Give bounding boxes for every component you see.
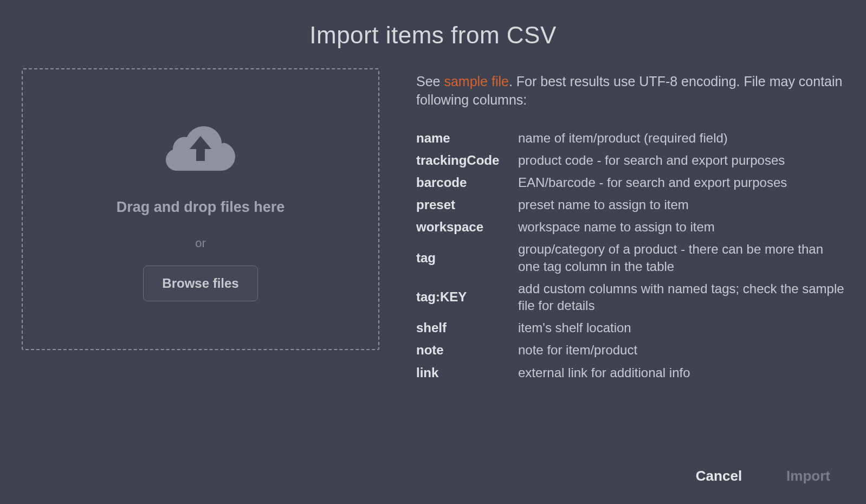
dialog-title: Import items from CSV <box>22 22 844 49</box>
import-button[interactable]: Import <box>781 464 836 488</box>
column-row: taggroup/category of a product - there c… <box>416 238 844 277</box>
column-row: barcodeEAN/barcode - for search and expo… <box>416 171 844 193</box>
dropzone-drag-text: Drag and drop files here <box>117 199 285 216</box>
column-name: barcode <box>416 171 518 193</box>
column-row: notenote for item/product <box>416 339 844 361</box>
browse-files-button[interactable]: Browse files <box>143 266 257 301</box>
column-description: add custom columns with named tags; chec… <box>518 277 844 316</box>
column-name: shelf <box>416 316 518 339</box>
info-intro: See sample file. For best results use UT… <box>416 73 844 109</box>
cancel-button[interactable]: Cancel <box>690 464 747 488</box>
column-description: name of item/product (required field) <box>518 127 844 149</box>
sample-file-link[interactable]: sample file <box>444 74 509 89</box>
column-name: name <box>416 127 518 149</box>
column-name: tag:KEY <box>416 277 518 316</box>
import-csv-dialog: Import items from CSV Drag and drop file… <box>0 0 866 504</box>
column-description: item's shelf location <box>518 316 844 339</box>
column-name: preset <box>416 193 518 216</box>
dialog-button-row: Cancel Import <box>22 464 844 488</box>
file-dropzone[interactable]: Drag and drop files here or Browse files <box>22 68 379 350</box>
column-description: product code - for search and export pur… <box>518 149 844 171</box>
column-row: shelfitem's shelf location <box>416 316 844 339</box>
column-row: tag:KEYadd custom columns with named tag… <box>416 277 844 316</box>
column-name: link <box>416 361 518 384</box>
column-row: presetpreset name to assign to item <box>416 193 844 216</box>
column-name: workspace <box>416 216 518 238</box>
dropzone-or-text: or <box>195 236 206 250</box>
column-description: note for item/product <box>518 339 844 361</box>
column-description: group/category of a product - there can … <box>518 238 844 277</box>
column-row: trackingCodeproduct code - for search an… <box>416 149 844 171</box>
column-description: EAN/barcode - for search and export purp… <box>518 171 844 193</box>
column-row: workspaceworkspace name to assign to ite… <box>416 216 844 238</box>
column-name: tag <box>416 238 518 277</box>
column-description: preset name to assign to item <box>518 193 844 216</box>
column-name: trackingCode <box>416 149 518 171</box>
info-panel: See sample file. For best results use UT… <box>416 68 844 448</box>
column-row: namename of item/product (required field… <box>416 127 844 149</box>
column-description: external link for additional info <box>518 361 844 384</box>
columns-table: namename of item/product (required field… <box>416 127 844 384</box>
column-name: note <box>416 339 518 361</box>
cloud-upload-icon <box>166 123 235 172</box>
dialog-content: Drag and drop files here or Browse files… <box>22 68 844 448</box>
column-row: linkexternal link for additional info <box>416 361 844 384</box>
column-description: workspace name to assign to item <box>518 216 844 238</box>
info-intro-prefix: See <box>416 74 444 89</box>
